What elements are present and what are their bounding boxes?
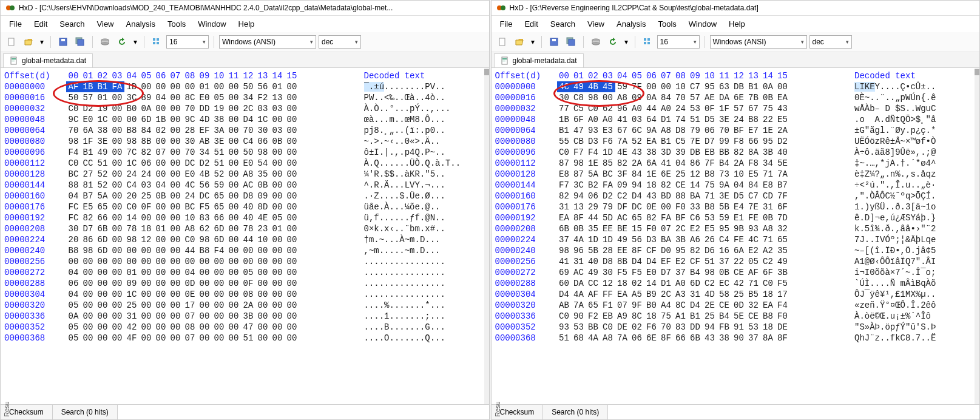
hex-byte[interactable]: DC <box>197 191 212 202</box>
hex-byte[interactable]: 57 <box>732 103 746 114</box>
hex-byte[interactable]: F2 <box>586 311 601 322</box>
hex-byte[interactable]: 6A <box>644 158 659 169</box>
hex-byte[interactable]: BE <box>615 223 630 234</box>
hex-byte[interactable]: E2 <box>688 223 703 234</box>
hex-byte[interactable]: 14 <box>644 278 659 289</box>
hex-byte[interactable]: 00 <box>81 278 95 289</box>
hex-byte[interactable]: 37 <box>674 267 688 278</box>
hex-byte[interactable]: 8C <box>183 92 197 103</box>
hex-byte[interactable]: 05 <box>212 92 226 103</box>
hex-byte[interactable]: 00 <box>81 333 95 344</box>
hex-byte[interactable]: 00 <box>110 202 124 212</box>
hex-byte[interactable]: E8 <box>761 180 776 191</box>
hex-byte[interactable]: 6B <box>688 333 703 344</box>
hex-byte[interactable]: 98 <box>572 158 586 169</box>
hex-byte[interactable]: 18 <box>139 223 154 234</box>
menu-edit[interactable]: Edit <box>28 17 53 31</box>
hex-byte[interactable]: D8 <box>601 256 615 267</box>
hex-byte[interactable]: 83 <box>674 322 688 333</box>
hex-byte[interactable]: 8A <box>746 147 761 158</box>
hex-byte[interactable]: C8 <box>572 92 586 103</box>
hex-byte[interactable]: 00 <box>110 136 124 147</box>
hex-byte[interactable]: 00 <box>226 125 241 136</box>
hex-byte[interactable]: 00 <box>270 169 285 180</box>
hex-byte[interactable]: 3E <box>717 114 732 125</box>
hex-byte[interactable]: 00 <box>139 245 154 256</box>
hex-byte[interactable]: 00 <box>226 333 241 344</box>
hex-byte[interactable]: C0 <box>66 103 81 114</box>
hex-byte[interactable]: 52 <box>95 180 110 191</box>
hex-byte[interactable]: 00 <box>168 136 183 147</box>
hex-byte[interactable]: 00 <box>285 300 299 311</box>
hex-byte[interactable]: 70 <box>241 125 255 136</box>
hex-byte[interactable]: 00 <box>168 125 183 136</box>
hex-byte[interactable]: 4D <box>197 114 212 125</box>
hex-byte[interactable]: 9A <box>644 125 659 136</box>
hex-byte[interactable]: D3 <box>644 234 659 245</box>
hex-byte[interactable]: 3B <box>761 147 776 158</box>
hex-byte[interactable]: 00 <box>124 256 139 267</box>
hex-byte[interactable]: BC <box>66 169 81 180</box>
hex-byte[interactable]: 44 <box>644 103 659 114</box>
hex-byte[interactable]: 52 <box>212 169 226 180</box>
hex-byte[interactable]: 37 <box>717 256 732 267</box>
hex-byte[interactable]: 24 <box>674 103 688 114</box>
hex-byte[interactable]: 00 <box>226 180 241 191</box>
hex-byte[interactable]: 00 <box>154 158 168 169</box>
hex-byte[interactable]: 77 <box>557 103 572 114</box>
hex-byte[interactable]: E0 <box>183 169 197 180</box>
hex-byte[interactable]: 99 <box>717 136 732 147</box>
hex-byte[interactable]: 00 <box>226 289 241 300</box>
hex-byte[interactable]: 10 <box>732 169 746 180</box>
hex-byte[interactable]: F2 <box>255 92 270 103</box>
hex-byte[interactable]: 29 <box>586 202 601 212</box>
hex-byte[interactable]: 38 <box>212 114 226 125</box>
hex-byte[interactable]: EA <box>557 212 572 223</box>
hex-byte[interactable]: 00 <box>154 234 168 245</box>
hex-byte[interactable]: EE <box>615 245 630 256</box>
open-dropdown[interactable]: ▾ <box>529 35 536 49</box>
hex-byte[interactable]: CE <box>674 180 688 191</box>
hex-byte[interactable]: 00 <box>285 267 299 278</box>
hex-byte[interactable]: 98 <box>255 147 270 158</box>
hex-byte[interactable]: 22 <box>732 256 746 267</box>
hex-byte[interactable]: 8F <box>572 212 586 223</box>
hex-byte[interactable]: 49 <box>615 234 630 245</box>
hex-byte[interactable]: B7 <box>776 180 790 191</box>
hex-byte[interactable]: 96 <box>615 103 630 114</box>
hex-byte[interactable]: 00 <box>110 114 124 125</box>
hex-byte[interactable]: AC <box>572 267 586 278</box>
hex-byte[interactable]: F4 <box>212 245 226 256</box>
hex-byte[interactable]: 00 <box>168 245 183 256</box>
hex-byte[interactable]: 00 <box>255 333 270 344</box>
hex-byte[interactable]: 04 <box>154 92 168 103</box>
hex-byte[interactable]: 54 <box>255 158 270 169</box>
hex-byte[interactable]: 00 <box>241 245 255 256</box>
hex-byte[interactable]: C0 <box>66 158 81 169</box>
hex-byte[interactable]: F0 <box>644 223 659 234</box>
hex-byte[interactable]: 06 <box>66 278 81 289</box>
hex-byte[interactable]: 93 <box>586 125 601 136</box>
hex-byte[interactable]: 6C <box>630 125 644 136</box>
hex-byte[interactable]: B8 <box>124 125 139 136</box>
open-dropdown[interactable]: ▾ <box>38 35 46 49</box>
hex-byte[interactable]: 23 <box>255 223 270 234</box>
hex-byte[interactable]: F8 <box>746 158 761 169</box>
hex-byte[interactable]: 00 <box>285 223 299 234</box>
hex-byte[interactable]: EF <box>659 256 674 267</box>
hex-byte[interactable]: 65 <box>776 234 790 245</box>
hex-byte[interactable]: 95 <box>717 223 732 234</box>
hex-byte[interactable]: 38 <box>717 333 732 344</box>
hex-byte[interactable]: 00 <box>226 92 241 103</box>
hex-byte[interactable]: 66 <box>746 136 761 147</box>
hex-byte[interactable]: 00 <box>226 212 241 223</box>
hex-byte[interactable]: 15 <box>630 223 644 234</box>
hex-byte[interactable]: A9 <box>615 311 630 322</box>
hex-byte[interactable]: 0D <box>732 300 746 311</box>
hex-byte[interactable]: 00 <box>110 212 124 223</box>
hex-byte[interactable]: 00 <box>285 333 299 344</box>
hex-byte[interactable]: 18 <box>615 278 630 289</box>
hex-byte[interactable]: 59 <box>717 212 732 223</box>
hex-byte[interactable]: 56 <box>197 180 212 191</box>
hex-byte[interactable]: C0 <box>557 311 572 322</box>
